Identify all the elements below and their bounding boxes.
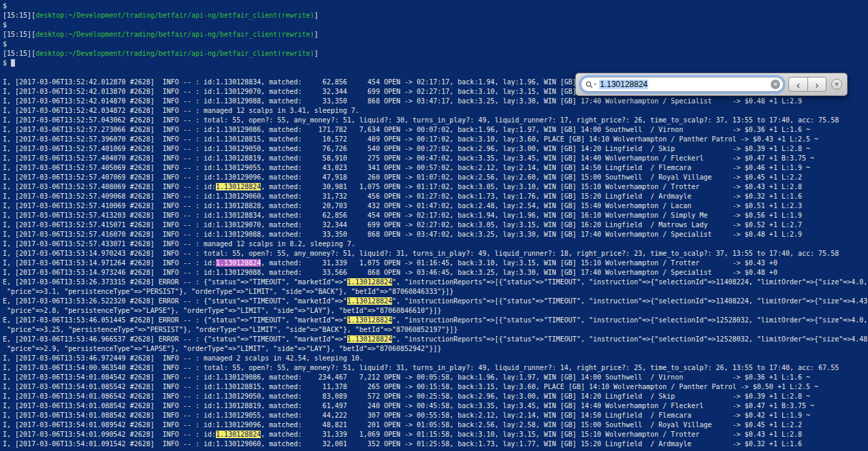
terminal-text: , matched: 43,023 341 OPEN -> 00:57:02, … <box>261 164 810 171</box>
terminal-text: , matched: 30,981 1,075 OPEN -> 01:17:02… <box>261 183 802 190</box>
terminal-text: 1.130128819 <box>216 402 261 410</box>
terminal-line: $ <box>3 59 868 68</box>
terminal-text: I, [2017-03-06T13:54:01.086542 #2628] IN… <box>3 392 216 400</box>
search-match-highlight: 1.130128824 <box>216 431 261 438</box>
terminal-text: I, [2017-03-06T13:52:57.416070 #2628] IN… <box>3 231 216 238</box>
terminal-text: 1.130129050 <box>216 392 261 400</box>
terminal-text: E, [2017-03-06T13:53:46.966537 #2628] ER… <box>3 335 347 343</box>
terminal-line: I, [2017-03-06T13:54:01.090542 #2628] IN… <box>3 430 868 439</box>
search-icon <box>585 81 593 88</box>
terminal-text: , matched: 11,378 265 OPEN -> 00:15:58, … <box>261 383 818 390</box>
terminal-line: I, [2017-03-06T13:52:57.408069 #2628] IN… <box>3 182 868 192</box>
find-previous-button[interactable]: ‹ <box>788 77 807 92</box>
terminal-text: 1.130129055 <box>216 412 261 419</box>
terminal-line: I, [2017-03-06T13:53:14.971264 #2628] IN… <box>3 258 868 268</box>
terminal-line: $ <box>3 1 868 11</box>
terminal-text: , matched: 31,339 1,075 OPEN -> 01:16:45… <box>261 259 777 267</box>
terminal-line: "price"=>2.8, "persistenceType"=>"LAPSE"… <box>3 306 868 316</box>
terminal-text: I, [2017-03-06T13:54:01.088542 #2628] IN… <box>3 402 216 410</box>
terminal-line: [15:15][desktop:~/Development/trading/be… <box>3 49 868 59</box>
terminal-text: I, [2017-03-06T13:52:57.408069 #2628] IN… <box>3 183 216 190</box>
terminal-text: E, [2017-03-06T13:53:26.522320 #2628] ER… <box>3 297 347 305</box>
terminal-text: I, [2017-03-06T13:52:57.415071 #2628] IN… <box>3 221 216 229</box>
terminal-line: I, [2017-03-06T13:54:01.088542 #2628] IN… <box>3 401 868 411</box>
terminal-line: I, [2017-03-06T13:52:57.404070 #2628] IN… <box>3 154 868 163</box>
terminal-text: , matched: 171,782 7,634 OPEN -> 00:07:0… <box>261 126 810 133</box>
terminal-text: I, [2017-03-06T13:54:01.090542 #2628] IN… <box>3 431 216 438</box>
terminal-text: 1.130129060 <box>216 193 261 200</box>
prompt-git-branch: (rewrite) <box>277 50 314 57</box>
search-match-highlight: 1.130128824 <box>347 297 392 305</box>
terminal-cursor <box>11 59 15 67</box>
terminal-text: , matched: 31,339 1,069 OPEN -> 01:15:58… <box>261 431 802 438</box>
terminal-text: I, [2017-03-06T13:52:57.413203 #2628] IN… <box>3 212 216 219</box>
terminal-text: 1.130129096 <box>216 421 261 429</box>
terminal-text: , matched: 76,726 540 OPEN -> 00:27:02, … <box>261 145 810 152</box>
terminal-text: $ <box>3 59 11 67</box>
search-icon-wrap: ▾ <box>585 81 596 88</box>
prompt-path: desktop:~/Development/trading/betfair/ap… <box>35 31 277 38</box>
terminal-line: I, [2017-03-06T13:52:57.407069 #2628] IN… <box>3 173 868 182</box>
terminal-text: ", "instructionReports"=>[{"status"=>"TI… <box>392 278 867 286</box>
terminal-text: $ <box>3 40 7 48</box>
terminal-text: 1.130129086 <box>216 373 261 381</box>
terminal-text: , matched: 20,703 432 OPEN -> 01:47:02, … <box>261 202 802 210</box>
terminal-text: 1.130128815 <box>216 383 261 390</box>
terminal-text: 1.130128834 <box>216 212 261 219</box>
terminal-text: 1.130129050 <box>216 145 261 152</box>
terminal-window: { "colors": { "background": "#08296a", "… <box>0 0 868 451</box>
search-input[interactable]: ▾ 1.130128824 ✕ <box>581 77 784 92</box>
find-next-button[interactable]: › <box>807 77 826 92</box>
terminal-text: 1.130129055 <box>216 164 261 171</box>
search-match-highlight: 1.130128824 <box>216 183 261 190</box>
terminal-text: I, [2017-03-06T13:54:01.088542 #2628] IN… <box>3 412 216 419</box>
terminal-line: [15:15][desktop:~/Development/trading/be… <box>3 30 868 39</box>
chevron-left-icon: ‹ <box>797 79 800 90</box>
terminal-line: I, [2017-03-06T13:52:42.014870 #2628] IN… <box>3 97 868 106</box>
terminal-text: I, [2017-03-06T13:53:14.971264 #2628] IN… <box>3 259 216 267</box>
terminal-text: , matched: 58,910 275 OPEN -> 00:47:02, … <box>261 154 814 162</box>
terminal-line: I, [2017-03-06T13:52:57.415071 #2628] IN… <box>3 220 868 230</box>
terminal-text: 1.130129088 <box>216 231 261 238</box>
terminal-line: I, [2017-03-06T13:54:01.088542 #2628] IN… <box>3 411 868 420</box>
terminal-text: , matched: 47,918 260 OPEN -> 01:07:02, … <box>261 173 802 181</box>
terminal-text: ", "instructionReports"=>[{"status"=>"TI… <box>392 316 867 324</box>
prompt-git-branch: (rewrite) <box>277 31 314 38</box>
terminal-text: , matched: 32,001 352 OPEN -> 01:25:58, … <box>261 440 802 448</box>
prompt-path: desktop:~/Development/trading/betfair/ap… <box>35 50 277 57</box>
terminal-text: $ <box>3 21 7 29</box>
terminal-text: ", "instructionReports"=>[{"status"=>"TI… <box>392 297 868 305</box>
terminal-line: I, [2017-03-06T13:52:57.409068 #2628] IN… <box>3 192 868 201</box>
terminal-text: 1.130128828 <box>216 202 261 210</box>
terminal-text: E, [2017-03-06T13:53:26.373315 #2628] ER… <box>3 278 347 286</box>
terminal-line: E, [2017-03-06T13:53:26.522320 #2628] ER… <box>3 297 868 306</box>
terminal-text: I, [2017-03-06T13:52:57.273066 #2628] IN… <box>3 126 216 133</box>
chevron-right-icon: › <box>816 79 819 90</box>
terminal-line: I, [2017-03-06T13:52:57.401069 #2628] IN… <box>3 144 868 154</box>
clear-search-icon[interactable]: ✕ <box>771 80 780 89</box>
terminal-text: , matched: 62,856 454 OPEN -> 02:17:02, … <box>261 212 802 219</box>
terminal-line: I, [2017-03-06T13:52:57.043062 #2628] IN… <box>3 116 868 125</box>
terminal-line: "price"=>3.1, "persistenceType"=>"PERSIS… <box>3 287 868 297</box>
terminal-text: I, [2017-03-06T13:54:01.091542 #2628] IN… <box>3 440 216 448</box>
terminal-line: I, [2017-03-06T13:53:46.972449 #2628] IN… <box>3 354 868 363</box>
terminal-text: , matched: 61,497 240 OPEN -> 00:45:58, … <box>261 402 814 410</box>
terminal-text: , matched: 31,732 456 OPEN -> 01:27:02, … <box>261 193 802 200</box>
search-match-current: 1.130128824 <box>216 259 261 267</box>
terminal-text: I, [2017-03-06T13:53:14.970243 #2628] IN… <box>3 250 839 257</box>
terminal-line: I, [2017-03-06T13:54:01.086542 #2628] IN… <box>3 392 868 401</box>
terminal-text: 1.130128815 <box>216 135 261 143</box>
terminal-text: I, [2017-03-06T13:52:57.043062 #2628] IN… <box>3 116 839 124</box>
close-find-bar-button[interactable]: ✕ <box>831 79 842 90</box>
terminal-line: I, [2017-03-06T13:52:57.433071 #2628] IN… <box>3 239 868 249</box>
terminal-text: [15:15][ <box>3 12 35 19</box>
terminal-text: I, [2017-03-06T13:52:57.433071 #2628] IN… <box>3 240 355 248</box>
terminal-line: [15:15][desktop:~/Development/trading/be… <box>3 11 868 20</box>
terminal-line: I, [2017-03-06T13:52:57.410069 #2628] IN… <box>3 201 868 211</box>
terminal-text: I, [2017-03-06T13:52:57.404070 #2628] IN… <box>3 154 216 162</box>
terminal-line: $ <box>3 20 868 30</box>
terminal-text: I, [2017-03-06T13:52:42.012870 #2628] IN… <box>3 78 216 86</box>
terminal-text: ] <box>315 31 319 38</box>
terminal-text: [15:15][ <box>3 50 35 57</box>
terminal-text: "price"=>2.9, "persistenceType"=>"LAPSE"… <box>3 345 441 352</box>
